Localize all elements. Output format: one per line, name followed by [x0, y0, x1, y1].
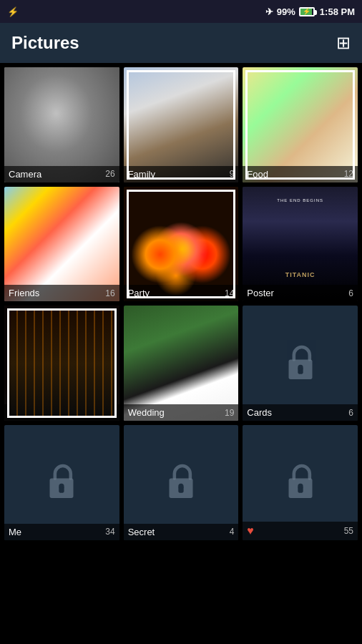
album-name: Cards — [247, 407, 272, 418]
photo-thumb — [243, 67, 358, 182]
album-wedding[interactable]: Wedding 19 — [124, 306, 239, 421]
airplane-icon: ✈ — [265, 6, 273, 17]
album-count: 4 — [230, 527, 235, 537]
album-cards[interactable]: Cards 6 — [243, 306, 358, 421]
battery-percent: 99% — [277, 6, 295, 17]
locked-thumb — [4, 425, 119, 540]
album-friends[interactable]: Friends 16 — [4, 187, 119, 302]
album-label: ♥ 55 — [243, 522, 358, 540]
locked-thumb — [124, 425, 239, 540]
album-me[interactable]: Me 34 — [4, 425, 119, 540]
album-camera[interactable]: Camera 26 — [4, 67, 119, 182]
album-count: 34 — [105, 527, 114, 537]
album-label: Poster 6 — [243, 285, 358, 301]
album-name: Travel — [9, 407, 34, 418]
album-label: Wedding 19 — [124, 404, 239, 421]
album-label: Party 14 — [124, 285, 239, 301]
album-party[interactable]: Party 14 — [124, 187, 239, 302]
bolt-icon: ⚡ — [303, 8, 310, 15]
album-count: 9 — [230, 169, 235, 179]
album-family[interactable]: Family 9 — [124, 67, 239, 182]
album-count: 16 — [105, 288, 114, 298]
album-name: Wedding — [128, 407, 165, 418]
album-label: Friends 16 — [4, 285, 119, 301]
album-heart[interactable]: ♥ 55 — [243, 425, 358, 540]
album-name: Secret — [128, 527, 155, 537]
album-label: Family 9 — [124, 166, 239, 182]
album-name: Food — [247, 169, 268, 180]
album-food[interactable]: Food 12 — [243, 67, 358, 182]
photo-thumb — [124, 187, 239, 302]
heart-icon: ♥ — [247, 525, 254, 537]
album-grid: Camera 26 Family 9 Food 12 Friends 16 — [0, 63, 362, 545]
photo-thumb — [4, 67, 119, 182]
album-count: 13 — [105, 408, 114, 418]
photo-thumb — [124, 67, 239, 182]
album-name: Poster — [247, 288, 274, 298]
album-count: 19 — [225, 408, 234, 418]
album-name: Camera — [9, 169, 41, 180]
status-bar: ⚡ ✈ 99% ⚡ 1:58 PM — [0, 0, 362, 23]
photo-thumb — [4, 187, 119, 302]
album-name: Family — [128, 169, 155, 180]
album-name: Party — [128, 288, 150, 298]
photo-thumb — [243, 187, 358, 302]
status-right: ✈ 99% ⚡ 1:58 PM — [265, 6, 355, 17]
album-secret[interactable]: Secret 4 — [124, 425, 239, 540]
album-count: 55 — [344, 526, 353, 536]
album-count: 12 — [344, 169, 353, 179]
album-label: Cards 6 — [243, 404, 358, 421]
locked-thumb — [243, 306, 358, 421]
svg-point-2 — [298, 365, 303, 370]
album-label: Me 34 — [4, 524, 119, 540]
album-name: Me — [9, 527, 21, 537]
album-label: Travel 13 — [4, 404, 119, 421]
photo-thumb — [4, 306, 119, 421]
battery-icon: ⚡ — [299, 7, 315, 16]
album-label: Secret 4 — [124, 524, 239, 540]
album-count: 14 — [225, 288, 234, 298]
svg-point-11 — [298, 484, 303, 489]
usb-icon: ⚡ — [7, 6, 19, 17]
photo-thumb — [124, 306, 239, 421]
album-count: 6 — [348, 408, 353, 418]
album-poster[interactable]: Poster 6 — [243, 187, 358, 302]
album-count: 26 — [105, 169, 114, 179]
app-header: Pictures ⊞ — [0, 23, 362, 63]
time-display: 1:58 PM — [320, 6, 355, 17]
album-label: Camera 26 — [4, 166, 119, 182]
album-label: Food 12 — [243, 166, 358, 182]
svg-point-8 — [178, 484, 183, 489]
status-left: ⚡ — [7, 6, 19, 17]
menu-icon[interactable]: ⊞ — [336, 33, 351, 53]
album-name: Friends — [9, 288, 39, 298]
page-title: Pictures — [11, 33, 79, 53]
album-count: 6 — [348, 288, 353, 298]
svg-point-5 — [59, 484, 64, 489]
album-travel[interactable]: Travel 13 — [4, 306, 119, 421]
